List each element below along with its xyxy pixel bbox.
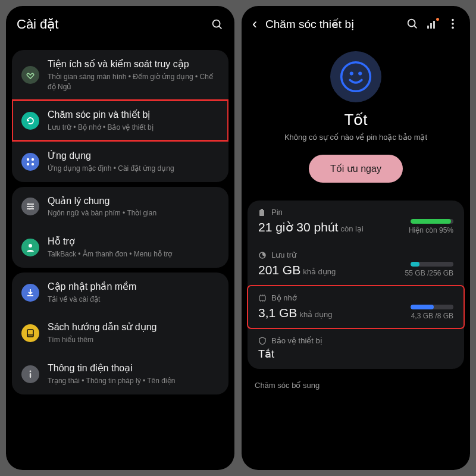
svg-point-8 xyxy=(32,163,34,165)
grid-icon xyxy=(21,153,39,171)
settings-row-sliders[interactable]: Quản lý chungNgôn ngữ và bàn phím • Thời… xyxy=(12,187,228,227)
search-icon[interactable] xyxy=(406,17,419,30)
download-icon xyxy=(21,284,39,302)
svg-point-6 xyxy=(32,158,34,161)
stat-label: Bảo vệ thiết bị xyxy=(258,336,453,345)
svg-line-1 xyxy=(219,26,221,29)
svg-point-29 xyxy=(452,27,454,29)
row-subtitle: TalkBack • Âm thanh đơn • Menu hỗ trợ xyxy=(48,249,219,259)
row-title: Thông tin điện thoại xyxy=(48,362,219,375)
settings-row-book[interactable]: Sách hướng dẫn sử dụngTìm hiểu thêm xyxy=(12,312,228,353)
row-subtitle: Ngôn ngữ và bàn phím • Thời gian xyxy=(48,208,219,218)
svg-point-30 xyxy=(342,62,371,92)
clipped-prev-item xyxy=(6,40,234,45)
row-title: Ứng dụng xyxy=(48,150,219,162)
settings-row-person[interactable]: Hỗ trợTalkBack • Âm thanh đơn • Menu hỗ … xyxy=(12,227,228,268)
signal-icon[interactable] xyxy=(427,19,438,29)
stat-bar xyxy=(411,305,453,309)
row-subtitle: Trạng thái • Thông tin pháp lý • Tên điệ… xyxy=(48,376,219,386)
info-icon xyxy=(21,365,39,383)
extra-care-label: Chăm sóc bổ sung xyxy=(242,375,470,396)
svg-rect-19 xyxy=(21,324,39,342)
row-title: Tiện ích số và kiểm soát truy cập xyxy=(48,58,219,71)
svg-point-32 xyxy=(358,72,362,76)
svg-point-23 xyxy=(30,370,32,372)
svg-point-0 xyxy=(213,20,220,27)
sliders-icon xyxy=(21,198,39,215)
svg-rect-36 xyxy=(259,296,265,300)
settings-screen: Cài đặt Tiện ích số và kiểm soát truy cậ… xyxy=(6,6,234,470)
status-smile-icon xyxy=(330,51,381,102)
stat-value: 201 GBkhả dụng xyxy=(258,263,336,277)
row-title: Cập nhật phần mềm xyxy=(48,281,219,293)
stat-bar xyxy=(411,219,453,224)
settings-row-refresh[interactable]: Chăm sóc pin và thiết bịLưu trữ • Bộ nhớ… xyxy=(12,100,228,141)
stat-protect[interactable]: Bảo vệ thiết bịTắt xyxy=(248,328,464,369)
refresh-icon xyxy=(21,112,39,130)
settings-row-heart[interactable]: Tiện ích số và kiểm soát truy cậpThời gi… xyxy=(12,50,228,100)
status-subtitle: Không có sự cố nào về pin hoặc bảo mật xyxy=(253,133,458,142)
back-icon[interactable]: ‹ xyxy=(252,17,257,31)
optimize-button[interactable]: Tối ưu ngay xyxy=(309,155,403,183)
stat-detail: 4,3 GB /8 GB xyxy=(411,305,453,320)
svg-point-14 xyxy=(31,206,33,208)
stat-value: 3,1 GBkhả dụng xyxy=(258,306,332,320)
heart-icon xyxy=(21,66,39,84)
status-title: Tốt xyxy=(253,111,458,129)
svg-rect-34 xyxy=(261,209,263,210)
svg-point-3 xyxy=(21,112,39,130)
settings-row-download[interactable]: Cập nhật phần mềmTải về và cài đặt xyxy=(12,273,228,313)
stat-value: Tắt xyxy=(258,347,453,361)
page-title: Cài đặt xyxy=(17,17,202,32)
stat-label: Lưu trữ xyxy=(258,250,453,259)
status-section: Tốt Không có sự cố nào về pin hoặc bảo m… xyxy=(242,39,470,195)
stat-storage[interactable]: Lưu trữ201 GBkhả dụng55 GB /256 GB xyxy=(248,243,464,286)
row-subtitle: Ứng dụng mặc định • Cài đặt ứng dụng xyxy=(48,164,219,174)
svg-rect-24 xyxy=(30,373,31,378)
more-icon[interactable] xyxy=(446,17,459,30)
stats-card: Pin21 giờ 30 phútcòn lạiHiện còn 95%Lưu … xyxy=(248,201,464,369)
stat-label: Pin xyxy=(258,208,453,217)
svg-rect-33 xyxy=(259,210,264,216)
settings-group: Cập nhật phần mềmTải về và cài đặtSách h… xyxy=(12,273,228,394)
stat-value: 21 giờ 30 phútcòn lại xyxy=(258,220,364,234)
stat-battery[interactable]: Pin21 giờ 30 phútcòn lạiHiện còn 95% xyxy=(248,201,464,243)
row-subtitle: Tải về và cài đặt xyxy=(48,295,219,305)
svg-point-4 xyxy=(21,153,39,171)
svg-point-17 xyxy=(29,244,32,248)
row-subtitle: Tìm hiểu thêm xyxy=(48,335,219,345)
settings-header: Cài đặt xyxy=(6,6,234,40)
stat-detail: Hiện còn 95% xyxy=(409,219,453,234)
stat-label: Bộ nhớ xyxy=(258,293,453,302)
svg-point-5 xyxy=(27,158,29,161)
svg-point-7 xyxy=(27,163,29,165)
svg-line-26 xyxy=(414,26,416,28)
person-icon xyxy=(21,239,39,256)
svg-point-15 xyxy=(29,208,30,210)
page-title: Chăm sóc thiết bị xyxy=(265,17,397,31)
svg-point-27 xyxy=(452,19,454,21)
stat-detail: 55 GB /256 GB xyxy=(405,262,453,277)
svg-point-25 xyxy=(408,20,415,27)
stat-bar xyxy=(411,262,453,267)
svg-point-31 xyxy=(350,72,353,76)
row-title: Quản lý chung xyxy=(48,195,219,208)
settings-row-grid[interactable]: Ứng dụngỨng dụng mặc định • Cài đặt ứng … xyxy=(12,141,228,182)
settings-group: Quản lý chungNgôn ngữ và bàn phím • Thời… xyxy=(12,187,228,268)
row-title: Sách hướng dẫn sử dụng xyxy=(48,321,219,334)
search-icon[interactable] xyxy=(211,18,224,31)
svg-point-13 xyxy=(27,203,29,205)
row-title: Hỗ trợ xyxy=(48,236,219,248)
row-title: Chăm sóc pin và thiết bị xyxy=(48,109,219,121)
settings-row-info[interactable]: Thông tin điện thoạiTrạng thái • Thông t… xyxy=(12,353,228,394)
row-subtitle: Thời gian sáng màn hình • Đếm giờ ứng dụ… xyxy=(48,72,219,92)
device-care-header: ‹ Chăm sóc thiết bị xyxy=(242,6,470,39)
settings-group: Tiện ích số và kiểm soát truy cậpThời gi… xyxy=(12,50,228,182)
stat-memory[interactable]: Bộ nhớ3,1 GBkhả dụng4,3 GB /8 GB xyxy=(248,286,464,328)
row-subtitle: Lưu trữ • Bộ nhớ • Bảo vệ thiết bị xyxy=(48,123,219,133)
svg-point-28 xyxy=(452,23,454,25)
device-care-screen: ‹ Chăm sóc thiết bị Tốt Không có sự cố n… xyxy=(242,6,470,470)
book-icon xyxy=(21,324,39,342)
